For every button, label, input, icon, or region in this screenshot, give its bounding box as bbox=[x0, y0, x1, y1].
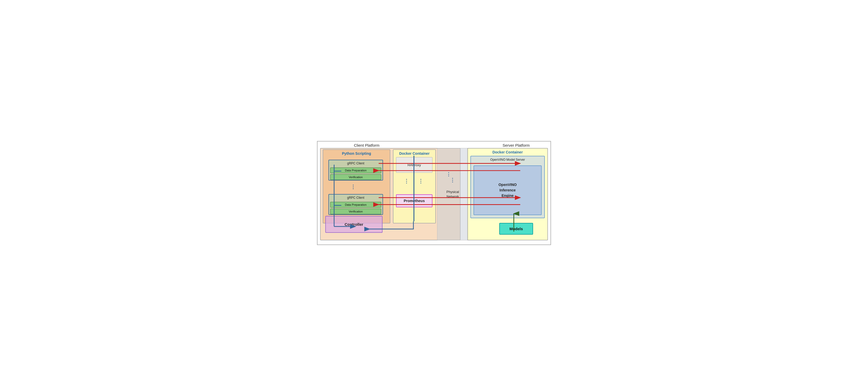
physical-network-label: PhysicalNetwork bbox=[446, 189, 459, 199]
docker-client-section: Docker Container HAProxy ⋮ ⋮ Prometheus bbox=[393, 149, 436, 224]
haproxy-box: HAProxy bbox=[396, 157, 432, 173]
models-box: Models bbox=[499, 223, 533, 235]
grpc-label-1: gRPC Client bbox=[347, 161, 364, 165]
grpc-label-2: gRPC Client bbox=[347, 196, 364, 200]
data-prep-2: Data Preparation bbox=[330, 202, 381, 208]
verification-2: Verification bbox=[330, 209, 381, 214]
diagram-wrapper: Client Platform Server Platform Physical… bbox=[317, 141, 551, 245]
physical-network-section: PhysicalNetwork ⋮ bbox=[437, 148, 468, 240]
data-prep-1: Data Preparation bbox=[330, 168, 381, 173]
prometheus-box: Prometheus bbox=[396, 194, 432, 207]
python-dots-1: ⋮ bbox=[350, 184, 356, 190]
ovie-box: OpenVINOInferenceEngine bbox=[473, 166, 541, 215]
phys-dots: ⋮ bbox=[450, 177, 456, 183]
docker-server-label: Docker Container bbox=[493, 150, 523, 154]
docker-client-dots-2: ⋮ bbox=[418, 178, 424, 184]
ovms-box: OpenVINO Model Server OpenVINOInferenceE… bbox=[470, 156, 545, 218]
grpc-client-1: gRPC Client Data Preparation Verificatio… bbox=[329, 160, 383, 180]
docker-client-dots-1: ⋮ bbox=[404, 178, 409, 184]
phys-net-dots: ⋮ bbox=[446, 171, 452, 177]
python-scripting-section: Python Scripting gRPC Client Data Prepar… bbox=[323, 149, 390, 224]
verification-1: Verification bbox=[330, 174, 381, 180]
grpc-client-2: gRPC Client Data Preparation Verificatio… bbox=[329, 194, 383, 215]
server-platform-label: Server Platform bbox=[503, 143, 530, 147]
ovms-label: OpenVINO Model Server bbox=[490, 158, 525, 161]
python-scripting-label: Python Scripting bbox=[342, 151, 371, 155]
controller-box: Controller bbox=[325, 216, 382, 233]
docker-server-section: Docker Container OpenVINO Model Server O… bbox=[467, 148, 548, 240]
docker-client-label: Docker Container bbox=[399, 151, 430, 155]
client-platform-label: Client Platform bbox=[354, 143, 379, 147]
